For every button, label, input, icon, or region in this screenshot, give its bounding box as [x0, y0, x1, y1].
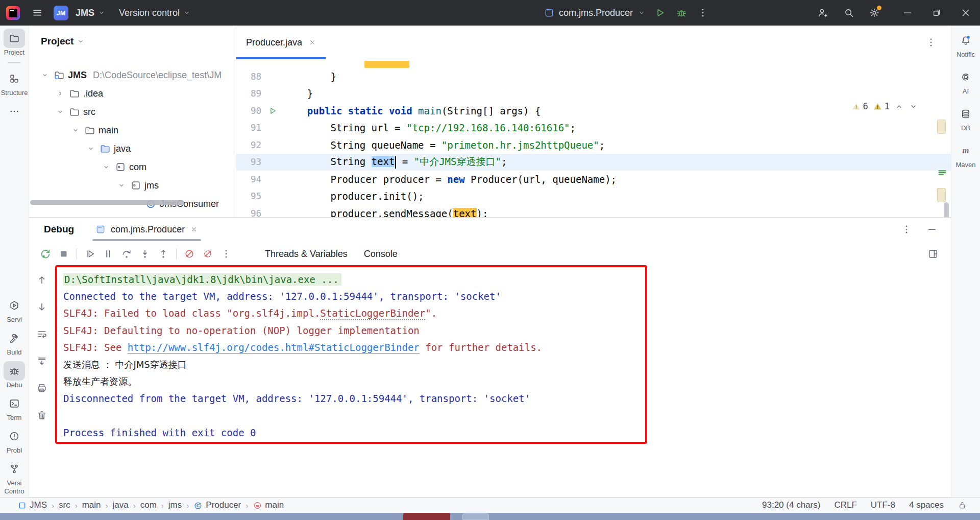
sidebar-item-ai[interactable]: AI	[951, 67, 980, 95]
sidebar-item-project[interactable]: Project	[0, 29, 29, 56]
breadcrumb-item-jms[interactable]: JMS	[17, 500, 47, 510]
close-button[interactable]	[951, 0, 980, 26]
chevron-down-icon[interactable]	[39, 71, 51, 79]
pause-button[interactable]	[99, 245, 117, 263]
console-class-link[interactable]: StaticLoggerBinder	[320, 308, 425, 319]
taskbar-active-app[interactable]	[403, 513, 450, 520]
inspections-widget[interactable]: 6 1	[851, 101, 919, 111]
line-separator-widget[interactable]: CRLF	[834, 500, 856, 510]
run-button[interactable]	[651, 4, 669, 22]
rerun-debug-button[interactable]	[36, 245, 55, 263]
chevron-down-icon[interactable]	[116, 181, 127, 190]
print-button[interactable]	[33, 379, 51, 397]
sidebar-item-problems[interactable]: Probl	[0, 427, 29, 454]
tree-item-java[interactable]: java	[29, 139, 236, 158]
scroll-end-icon	[36, 356, 47, 367]
chevron-down-icon[interactable]	[70, 126, 81, 134]
more-options-icon[interactable]	[901, 224, 912, 235]
console-link[interactable]: http://www.slf4j.org/codes.html#StaticLo…	[128, 342, 420, 353]
chevron-down-icon[interactable]	[101, 163, 112, 171]
tree-item-main[interactable]: main	[29, 121, 236, 139]
breadcrumb-item-main[interactable]: main	[82, 500, 101, 510]
step-into-button[interactable]	[136, 245, 154, 263]
project-tree-horizontal-scrollbar[interactable]	[30, 200, 184, 205]
sidebar-item-maven[interactable]: mMaven	[951, 141, 980, 169]
mute-breakpoints-button[interactable]	[199, 245, 217, 263]
step-out-button[interactable]	[154, 245, 173, 263]
tree-item-jms[interactable]: jms	[29, 176, 236, 195]
layout-settings-icon[interactable]	[927, 248, 939, 259]
tree-item-jms[interactable]: JMSD:\CodeSource\eclipse_test\JM	[29, 66, 236, 84]
editor-vertical-scrollbar[interactable]	[944, 202, 949, 217]
console-text[interactable]: D:\SoftInstall\java\jdk1.8\jdk\bin\java.…	[63, 273, 341, 286]
sidebar-item-services[interactable]: Servi	[0, 296, 29, 323]
sidebar-item-structure[interactable]: Structure	[0, 69, 29, 97]
tab-console[interactable]: Console	[356, 241, 406, 267]
view-breakpoints-button[interactable]	[180, 245, 199, 263]
tab-threads-variables[interactable]: Threads & Variables	[257, 241, 356, 267]
sidebar-item-database[interactable]: DB	[951, 104, 980, 132]
previous-problem-icon[interactable]	[894, 102, 904, 111]
stop-button[interactable]	[55, 245, 73, 263]
breadcrumb-item-src[interactable]: src	[59, 500, 70, 510]
down-stack-button[interactable]	[33, 298, 51, 316]
breadcrumb-item-main[interactable]: mmain	[253, 500, 284, 510]
soft-wrap-button[interactable]	[33, 325, 51, 343]
error-stripe-mark[interactable]	[937, 188, 946, 202]
main-menu-button[interactable]	[28, 4, 46, 22]
editor-options-icon[interactable]	[925, 37, 937, 48]
weak-warning-chip[interactable]: 1	[873, 101, 890, 111]
console-output[interactable]: D:\SoftInstall\java\jdk1.8\jdk\bin\java.…	[63, 271, 639, 441]
sidebar-item-debug[interactable]: Debu	[0, 361, 29, 389]
code-with-me-button[interactable]	[811, 0, 834, 26]
project-panel-header[interactable]: Project	[29, 26, 236, 47]
step-over-button[interactable]	[117, 245, 136, 263]
close-session-icon[interactable]	[190, 225, 198, 233]
minimize-button[interactable]	[893, 0, 922, 26]
more-debug-actions-button[interactable]	[217, 245, 235, 263]
run-line-icon[interactable]	[261, 106, 284, 115]
sidebar-item-more[interactable]	[0, 102, 29, 121]
project-widget[interactable]: JMS	[76, 8, 106, 18]
clear-console-button[interactable]	[33, 406, 51, 424]
lock-open-icon[interactable]	[958, 501, 967, 510]
sidebar-item-notifications[interactable]: Notific	[951, 31, 980, 58]
settings-button[interactable]	[863, 0, 886, 26]
tree-item-idea[interactable]: .idea	[29, 84, 236, 103]
breadcrumb-item-com[interactable]: com	[140, 500, 157, 510]
error-stripe-mark[interactable]	[937, 120, 946, 134]
tree-item-com[interactable]: com	[29, 158, 236, 176]
more-run-options-button[interactable]	[694, 4, 712, 22]
taskbar-app[interactable]	[462, 513, 489, 520]
breadcrumb-item-jms[interactable]: jms	[168, 500, 182, 510]
sidebar-item-terminal[interactable]: Term	[0, 394, 29, 421]
vcs-widget[interactable]: Version control	[119, 8, 191, 18]
debug-button[interactable]	[672, 4, 691, 22]
next-problem-icon[interactable]	[909, 102, 918, 111]
restore-button[interactable]	[922, 0, 951, 26]
editor-tab-producer-java[interactable]: Producer.java	[236, 26, 326, 59]
run-configuration-selector[interactable]: com.jms.Producer	[542, 8, 648, 18]
scroll-to-end-button[interactable]	[33, 352, 51, 370]
indent-widget[interactable]: 4 spaces	[909, 500, 944, 510]
warning-chip[interactable]: 6	[851, 101, 868, 111]
chevron-down-icon[interactable]	[55, 108, 66, 116]
code-viewport[interactable]: 88 }89 }90 public static void main(Strin…	[236, 59, 951, 217]
sidebar-item-version-control[interactable]: VersiContro	[0, 459, 29, 495]
project-avatar[interactable]: JM	[54, 6, 68, 20]
caret-position-widget[interactable]: 93:20 (4 chars)	[762, 500, 820, 510]
resume-button[interactable]	[81, 245, 99, 263]
hide-panel-icon[interactable]	[926, 224, 938, 235]
up-stack-button[interactable]	[33, 271, 51, 289]
close-tab-icon[interactable]	[308, 38, 316, 46]
chevron-down-icon[interactable]	[85, 145, 96, 153]
tree-item-src[interactable]: src	[29, 103, 236, 121]
sidebar-item-build[interactable]: Build	[0, 328, 29, 356]
encoding-widget[interactable]: UTF-8	[871, 500, 895, 510]
search-everywhere-button[interactable]	[838, 0, 860, 26]
code-analysis-icon[interactable]	[937, 168, 948, 179]
chevron-right-icon[interactable]	[55, 89, 66, 98]
breadcrumb-item-producer[interactable]: CProducer	[193, 500, 241, 510]
debug-session-tab[interactable]: com.jms.Producer	[89, 218, 204, 241]
breadcrumb-item-java[interactable]: java	[113, 500, 129, 510]
